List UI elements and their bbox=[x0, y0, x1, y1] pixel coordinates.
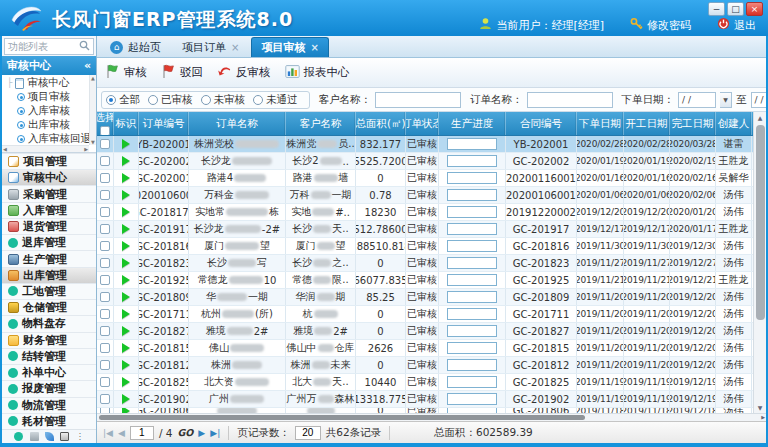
sidebar-item[interactable]: 项目管理 bbox=[2, 153, 96, 169]
row-checkbox[interactable] bbox=[100, 224, 110, 234]
more-icon[interactable]: ⋮ bbox=[76, 432, 84, 441]
page-size-input[interactable] bbox=[295, 426, 321, 440]
sidebar-item[interactable]: 物流管理 bbox=[2, 397, 96, 413]
tree-root-node[interactable]: ├审核中心 bbox=[2, 76, 96, 90]
table-row[interactable]: GC-201917长沙龙-2#长沙天..8512.78600..已审核GC-20… bbox=[97, 221, 766, 238]
column-header[interactable]: 生产进度 bbox=[439, 112, 506, 135]
row-checkbox[interactable] bbox=[100, 241, 110, 251]
close-icon[interactable]: × bbox=[310, 42, 318, 53]
row-checkbox[interactable] bbox=[100, 258, 110, 268]
scroll-right-icon[interactable]: ▶ bbox=[84, 146, 88, 152]
table-row[interactable]: GC-201825北大资北大天..10440已审核GC-2018252019/1… bbox=[97, 374, 766, 391]
table-row[interactable]: GC-201816厦门望厦门望188510.818已审核GC-201816201… bbox=[97, 238, 766, 255]
sidebar-item[interactable]: 财务管理 bbox=[2, 332, 96, 348]
table-row[interactable]: GC-201711杭州(所)杭0已审核GC-2017112019/11/2020… bbox=[97, 306, 766, 323]
close-icon[interactable]: × bbox=[231, 42, 239, 53]
cart-icon[interactable] bbox=[30, 432, 39, 441]
scroll-up-icon[interactable]: ▲ bbox=[91, 75, 95, 81]
tree-node[interactable]: 入库审核 bbox=[2, 104, 96, 118]
row-checkbox[interactable] bbox=[100, 377, 110, 387]
sidebar-item[interactable]: 生产管理 bbox=[2, 250, 96, 266]
tree-node[interactable]: 项目审核 bbox=[2, 90, 96, 104]
sidebar-item[interactable]: 工地管理 bbox=[2, 283, 96, 299]
leaf-icon[interactable] bbox=[45, 432, 54, 441]
vertical-scrollbar[interactable]: ▲ ▼ bbox=[753, 112, 766, 413]
table-row[interactable]: GC-201902广州广州万森林13318.775已审核GC-201902201… bbox=[97, 391, 766, 408]
select-all-checkbox[interactable] bbox=[100, 126, 110, 135]
table-row[interactable]: GC-201823长沙写长沙之..0已审核GC-2018232019/11/27… bbox=[97, 255, 766, 272]
prev-page-button[interactable]: ◀ bbox=[118, 428, 125, 438]
toolbar-button[interactable]: 报表中心 bbox=[285, 64, 350, 82]
page-number-input[interactable] bbox=[130, 426, 154, 440]
scrollbar-thumb[interactable] bbox=[756, 125, 765, 320]
row-checkbox[interactable] bbox=[100, 292, 110, 302]
customer-name-input[interactable] bbox=[375, 92, 461, 108]
column-header[interactable]: 订单状态 bbox=[406, 112, 439, 135]
column-header[interactable]: 客户名称 bbox=[286, 112, 356, 135]
table-row[interactable]: 20200106001万科金万科一期0.78已审核202001060012020… bbox=[97, 187, 766, 204]
sidebar-item[interactable]: 结转管理 bbox=[2, 348, 96, 364]
tree-node[interactable]: 出库审核 bbox=[2, 118, 96, 132]
tree-node[interactable]: 入库审核回退 bbox=[2, 132, 96, 146]
last-page-button[interactable]: ▶| bbox=[210, 428, 220, 438]
logout-button[interactable]: 退出 bbox=[717, 17, 756, 33]
scroll-up-icon[interactable]: ▲ bbox=[754, 112, 766, 123]
column-header[interactable]: 合同编号 bbox=[506, 112, 577, 135]
filter-radio[interactable]: 未通过 bbox=[253, 93, 298, 107]
filter-radio[interactable]: 已审核 bbox=[148, 93, 193, 107]
filter-radio[interactable]: 未审核 bbox=[201, 93, 246, 107]
column-header[interactable]: 标识 bbox=[114, 112, 139, 135]
change-password-button[interactable]: 修改密码 bbox=[630, 17, 691, 33]
scroll-right-icon[interactable]: ▶ bbox=[761, 414, 765, 421]
collapse-icon[interactable]: « bbox=[84, 59, 91, 72]
tab-item-1[interactable]: 项目订单× bbox=[173, 37, 248, 57]
book-icon[interactable] bbox=[60, 432, 69, 441]
table-row[interactable]: YB-202001株洲党校株洲党员..832.177已审核YB-20200120… bbox=[97, 136, 766, 153]
sidebar-item[interactable]: 退库管理 bbox=[2, 234, 96, 250]
column-header[interactable]: 总面积(㎡) bbox=[356, 112, 406, 135]
column-header[interactable]: 订单编号 bbox=[139, 112, 189, 135]
row-checkbox[interactable] bbox=[100, 190, 110, 200]
toolbar-button[interactable]: 驳回 bbox=[161, 64, 203, 82]
minimize-button[interactable]: − bbox=[708, 2, 725, 16]
order-date-from-input[interactable]: / / bbox=[678, 92, 716, 108]
row-checkbox[interactable] bbox=[100, 156, 110, 166]
sidebar-item[interactable]: 审核中心 bbox=[2, 169, 96, 185]
scrollbar-thumb[interactable] bbox=[99, 415, 585, 420]
row-checkbox[interactable] bbox=[100, 207, 110, 217]
sidebar-item[interactable]: 入库管理 bbox=[2, 202, 96, 218]
order-name-input[interactable] bbox=[527, 92, 613, 108]
go-button[interactable]: GO bbox=[177, 427, 193, 438]
column-header[interactable]: 下单日期 bbox=[577, 112, 624, 135]
close-button[interactable]: × bbox=[746, 2, 763, 16]
sidebar-panel-header[interactable]: 审核中心 « bbox=[2, 56, 96, 75]
toolbar-button[interactable]: 审核 bbox=[105, 64, 147, 82]
row-checkbox[interactable] bbox=[100, 326, 110, 336]
chevron-down-icon[interactable]: ▼ bbox=[720, 92, 732, 108]
table-row[interactable]: GC-201827雅境2#雅境2#0已审核GC-2018272019/11/20… bbox=[97, 323, 766, 340]
tab-item-2[interactable]: 项目审核× bbox=[251, 37, 328, 57]
horizontal-scrollbar[interactable]: ▶ bbox=[97, 413, 766, 421]
row-checkbox[interactable] bbox=[100, 343, 110, 353]
sidebar-item[interactable]: 报废管理 bbox=[2, 380, 96, 396]
sidebar-item[interactable]: 物料盘存 bbox=[2, 315, 96, 331]
sidebar-item[interactable]: 采购管理 bbox=[2, 185, 96, 201]
dot-teal-icon[interactable] bbox=[14, 432, 23, 441]
column-header[interactable]: 创建人 bbox=[716, 112, 752, 135]
toolbar-button[interactable]: 反审核 bbox=[217, 64, 271, 82]
order-date-to-input[interactable]: / / bbox=[751, 92, 767, 108]
sidebar-item[interactable]: 退货管理 bbox=[2, 218, 96, 234]
row-checkbox[interactable] bbox=[100, 139, 110, 149]
scroll-down-icon[interactable]: ▼ bbox=[754, 402, 766, 413]
filter-radio[interactable]: 全部 bbox=[106, 93, 140, 107]
row-checkbox[interactable] bbox=[100, 360, 110, 370]
tree-vertical-scrollbar[interactable]: ▲▼ bbox=[89, 75, 96, 145]
table-row[interactable]: GC-201925常德龙10常德限..266077.835..已审核GC-201… bbox=[97, 272, 766, 289]
sidebar-item[interactable]: 仓储管理 bbox=[2, 299, 96, 315]
scroll-down-icon[interactable]: ▼ bbox=[91, 139, 95, 145]
row-checkbox[interactable] bbox=[100, 394, 110, 404]
column-header[interactable]: 订单名称 bbox=[189, 112, 286, 135]
table-row[interactable]: GC-201815佛山佛山中仓库2626已审核GC-2018152019/11/… bbox=[97, 340, 766, 357]
sidebar-item[interactable]: 耗材管理 bbox=[2, 413, 96, 429]
function-search-input[interactable]: 功能列表 bbox=[4, 38, 94, 55]
